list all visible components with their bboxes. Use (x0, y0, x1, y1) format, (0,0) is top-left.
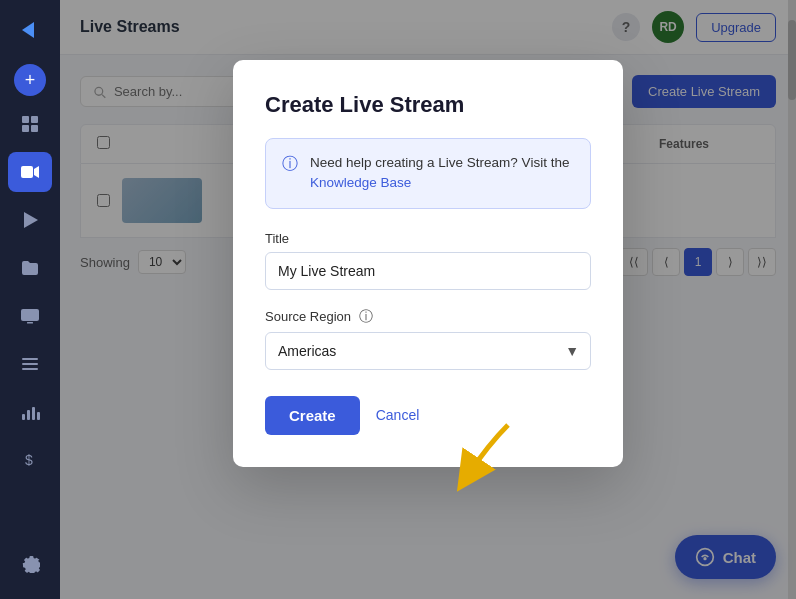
svg-rect-10 (22, 368, 38, 370)
svg-rect-3 (31, 125, 38, 132)
cancel-button[interactable]: Cancel (376, 407, 420, 423)
sidebar-item-video[interactable] (8, 152, 52, 192)
info-icon: ⓘ (282, 154, 298, 175)
svg-rect-4 (21, 166, 33, 178)
sidebar-item-monitor[interactable] (8, 296, 52, 336)
svg-rect-1 (31, 116, 38, 123)
svg-rect-2 (22, 125, 29, 132)
info-box: ⓘ Need help creating a Live Stream? Visi… (265, 138, 591, 209)
sidebar-item-chart[interactable] (8, 392, 52, 432)
svg-rect-7 (27, 322, 33, 324)
svg-rect-12 (27, 410, 30, 420)
create-live-stream-modal: Create Live Stream ⓘ Need help creating … (233, 60, 623, 467)
title-input[interactable] (265, 252, 591, 290)
sidebar-item-settings[interactable] (8, 543, 52, 583)
svg-text:$: $ (25, 452, 33, 468)
sidebar-item-dollar[interactable]: $ (8, 440, 52, 480)
modal-buttons: Create Cancel (265, 396, 591, 435)
sidebar-item-dashboard[interactable] (8, 104, 52, 144)
modal-title: Create Live Stream (265, 92, 591, 118)
create-button[interactable]: Create (265, 396, 360, 435)
sidebar-item-play[interactable] (8, 200, 52, 240)
svg-rect-9 (22, 363, 38, 365)
svg-marker-5 (24, 212, 38, 228)
svg-rect-14 (37, 412, 40, 420)
source-region-info-icon[interactable]: ⓘ (359, 308, 373, 326)
modal-overlay: Create Live Stream ⓘ Need help creating … (60, 0, 796, 599)
knowledge-base-link[interactable]: Knowledge Base (310, 175, 411, 190)
svg-rect-11 (22, 414, 25, 420)
title-label: Title (265, 231, 591, 246)
svg-rect-8 (22, 358, 38, 360)
svg-rect-13 (32, 407, 35, 420)
source-region-select[interactable]: Americas Europe Asia Pacific (265, 332, 591, 370)
svg-rect-6 (21, 309, 39, 321)
sidebar-logo (12, 12, 48, 48)
add-button[interactable]: + (14, 64, 46, 96)
sidebar-item-list[interactable] (8, 344, 52, 384)
svg-rect-0 (22, 116, 29, 123)
sidebar: + $ (0, 0, 60, 599)
source-region-row: Source Region ⓘ (265, 308, 591, 326)
sidebar-item-folder[interactable] (8, 248, 52, 288)
info-text: Need help creating a Live Stream? Visit … (310, 153, 574, 194)
source-region-label: Source Region (265, 309, 351, 324)
source-region-select-wrap: Americas Europe Asia Pacific ▼ (265, 332, 591, 370)
